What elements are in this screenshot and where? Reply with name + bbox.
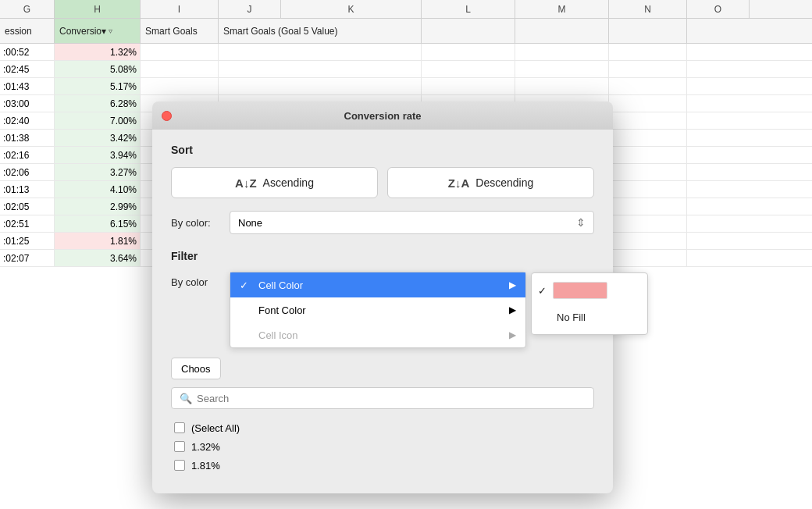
col-header-j: J [219,0,281,18]
col-headers: G H I J K L M N O [0,0,812,19]
search-box: 🔍 [171,387,594,409]
label-1-32: 1.32% [191,441,220,453]
col-header-g: G [0,0,55,18]
sort-color-none-value: None [238,217,262,229]
filter-section-title: Filter [171,250,594,262]
sort-by-color-label: By color: [171,217,222,229]
no-fill-label: No Fill [538,311,586,323]
filter-by-color-label: By color [171,272,222,288]
cell-icon-arrow: ▶ [509,329,516,340]
header-cell-l [422,19,515,43]
font-color-arrow-icon: ▶ [509,304,516,315]
cell-icon-label: Cell Icon [258,329,298,341]
sort-by-color-row: By color: None ⇕ [171,211,594,234]
cell-color-item[interactable]: ✓ Cell Color ▶ ✓ No Fill [230,272,525,297]
header-cell-n [609,19,687,43]
sort-az-icon: A↓Z [235,176,257,190]
descending-label: Descending [475,176,533,189]
checkbox-1-81-box[interactable] [174,460,185,471]
col-header-i: I [141,0,219,18]
checkbox-select-all[interactable]: (Select All) [171,418,594,437]
cell-color-label: Cell Color [258,279,303,291]
header-cell-k: Smart Goals (Goal 5 Value) [219,19,422,43]
checkbox-1-32[interactable]: 1.32% [171,437,594,456]
cell-icon-item[interactable]: Cell Icon ▶ [230,322,525,347]
modal-body: Sort A↓Z Ascending Z↓A Descending By col… [152,130,613,493]
search-icon: 🔍 [180,393,192,404]
col-header-o: O [687,0,750,18]
select-all-label: (Select All) [191,422,240,434]
header-cell-h[interactable]: Conversio▾▿ [55,19,141,43]
close-button[interactable] [162,111,172,121]
cell-color-submenu: ✓ No Fill [531,272,648,335]
sort-section-title: Sort [171,144,594,156]
descending-button[interactable]: Z↓A Descending [387,167,594,198]
header-cell-m [515,19,609,43]
data-header-row: ession Conversio▾▿ Smart Goals Smart Goa… [0,19,812,44]
submenu-checkmark-icon: ✓ [538,285,547,297]
filter-icon: ▿ [109,27,112,35]
header-cell-i: Smart Goals [141,19,219,43]
filter-dropdown: ✓ Cell Color ▶ ✓ No Fill [230,272,526,348]
filter-dialog: Conversion rate Sort A↓Z Ascending Z↓A D… [152,101,613,493]
color-swatch[interactable] [553,282,607,299]
sort-za-icon: Z↓A [448,176,470,190]
col-header-m: M [515,0,609,18]
table-row: :01:43 5.17% [0,78,812,95]
choose-values-button[interactable]: Choos [171,358,221,379]
col-header-l: L [422,0,515,18]
modal-titlebar: Conversion rate [152,101,613,130]
modal-title: Conversion rate [344,110,422,122]
checkbox-1-81[interactable]: 1.81% [171,456,594,475]
font-color-item[interactable]: Font Color ▶ [230,297,525,322]
ascending-button[interactable]: A↓Z Ascending [171,167,378,198]
submenu-swatch-row[interactable]: ✓ [538,279,641,301]
checkbox-select-all-box[interactable] [174,422,185,433]
checkbox-list: (Select All) 1.32% 1.81% [171,415,594,478]
submenu-arrow-icon: ▶ [509,279,516,290]
submenu-no-fill-row[interactable]: No Fill [538,306,641,328]
checkbox-1-32-box[interactable] [174,441,185,452]
search-input[interactable] [197,393,586,404]
col-header-h: H [55,0,141,18]
filter-by-color-row: By color ✓ Cell Color ▶ ✓ No Fill [171,272,594,348]
sort-buttons: A↓Z Ascending Z↓A Descending [171,167,594,198]
table-row: :02:45 5.08% [0,61,812,78]
ascending-label: Ascending [263,176,314,189]
select-arrows-icon: ⇕ [576,216,586,229]
font-color-label: Font Color [258,304,306,316]
col-header-k: K [281,0,422,18]
sort-color-select[interactable]: None ⇕ [230,211,594,234]
choose-btn-row: Choos [171,358,594,379]
header-cell-g: ession [0,19,55,43]
table-row: :00:52 1.32% [0,44,812,61]
col-header-n: N [609,0,687,18]
label-1-81: 1.81% [191,460,220,472]
checkmark-icon: ✓ [240,279,252,291]
choose-btn-label: Choos [181,363,211,375]
